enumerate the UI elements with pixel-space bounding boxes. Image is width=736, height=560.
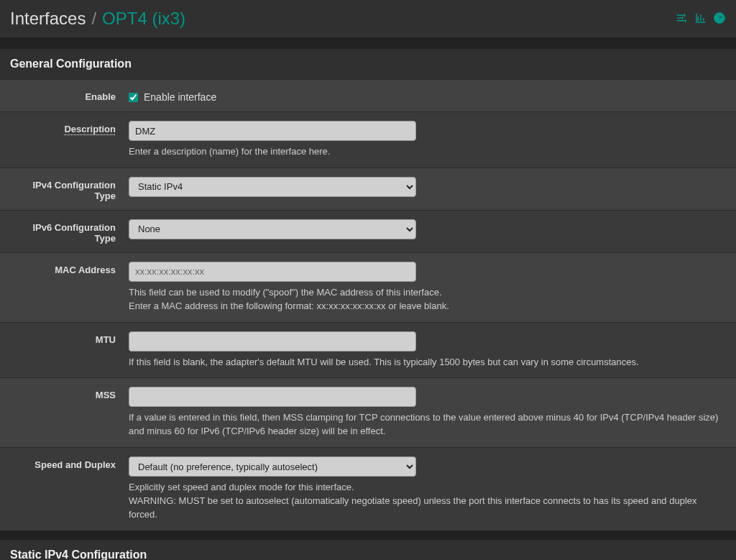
label-enable: Enable [10,88,129,102]
breadcrumb-root[interactable]: Interfaces [10,9,86,29]
row-enable: Enable Enable interface [0,79,736,111]
enable-interface-checkbox-wrap[interactable]: Enable interface [129,88,726,103]
mac-address-input[interactable] [129,262,416,282]
description-help: Enter a description (name) for the inter… [129,145,726,159]
speed-help1: Explicitly set speed and duplex mode for… [129,481,726,495]
breadcrumb-current[interactable]: OPT4 (ix3) [102,9,185,29]
row-description: Description Enter a description (name) f… [0,111,736,167]
help-icon[interactable]: ? [713,12,726,27]
header-action-icons: ? [676,12,726,27]
label-description: Description [10,121,129,134]
speed-help2: WARNING: MUST be set to autoselect (auto… [129,495,726,522]
mss-input[interactable] [129,387,416,407]
mtu-input[interactable] [129,331,416,352]
ipv6-config-type-select[interactable]: None [129,219,416,239]
general-configuration-panel: General Configuration Enable Enable inte… [0,49,736,531]
panel-title-static: Static IPv4 Configuration [0,540,736,560]
speed-duplex-select[interactable]: Default (no preference, typically autose… [129,456,416,477]
breadcrumb-bar: Interfaces / OPT4 (ix3) ? [0,0,736,37]
row-mac: MAC Address This field can be used to mo… [0,252,736,322]
static-ipv4-panel: Static IPv4 Configuration IPv4 Address /… [0,540,736,560]
mss-help: If a value is entered in this field, the… [129,411,726,439]
description-input[interactable] [129,121,416,141]
row-speed-duplex: Speed and Duplex Default (no preference,… [0,447,736,531]
svg-text:?: ? [717,13,722,22]
label-speed: Speed and Duplex [10,456,129,470]
label-mtu: MTU [10,331,129,345]
chart-icon[interactable] [694,12,707,27]
row-ipv4-config-type: IPv4 Configuration Type Static IPv4 [0,167,736,210]
label-mss: MSS [10,387,129,400]
label-ipv6cfg: IPv6 Configuration Type [10,219,129,244]
panel-title-general: General Configuration [0,49,736,79]
label-ipv4cfg: IPv4 Configuration Type [10,177,129,201]
enable-interface-checkbox[interactable] [129,93,138,102]
ipv4-config-type-select[interactable]: Static IPv4 [129,177,416,197]
breadcrumb: Interfaces / OPT4 (ix3) [10,9,185,29]
row-mss: MSS If a value is entered in this field,… [0,377,736,447]
row-mtu: MTU If this field is blank, the adapter'… [0,322,736,378]
enable-interface-label: Enable interface [144,91,216,103]
breadcrumb-separator: / [91,9,96,29]
mac-help1: This field can be used to modify ("spoof… [129,286,726,300]
settings-slider-icon[interactable] [676,12,689,27]
mac-help2: Enter a MAC address in the following for… [129,300,726,313]
mtu-help: If this field is blank, the adapter's de… [129,356,726,369]
label-mac: MAC Address [10,262,129,275]
row-ipv6-config-type: IPv6 Configuration Type None [0,210,736,252]
